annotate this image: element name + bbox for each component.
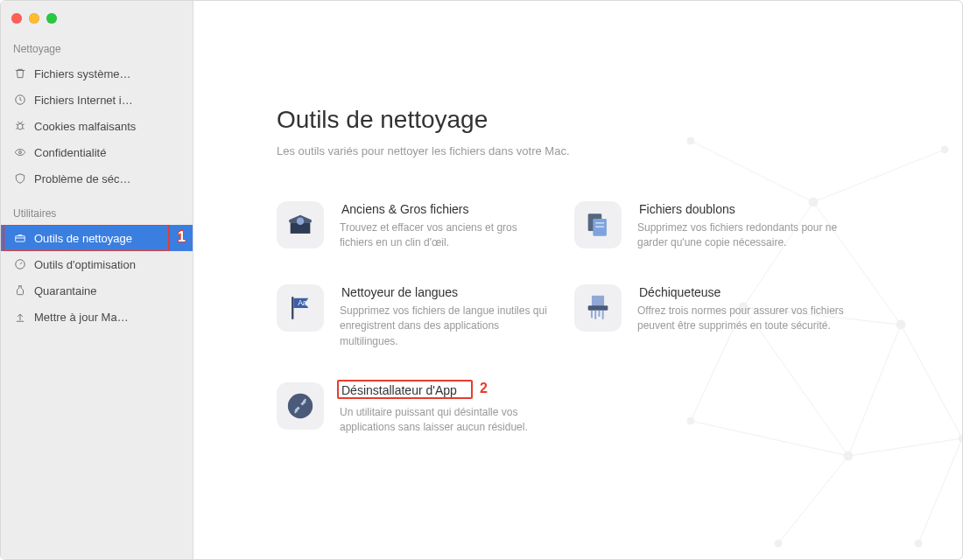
- box-icon: [277, 201, 324, 248]
- tool-title: Anciens & Gros fichiers: [340, 201, 471, 217]
- sidebar-section-header-utilitaires: Utilitaires: [1, 200, 193, 225]
- tool-title: Déchiqueteuse: [637, 284, 722, 300]
- sidebar-item-outils-nettoyage[interactable]: Outils de nettoyage 1: [1, 225, 193, 251]
- svg-point-18: [687, 137, 694, 144]
- svg-point-26: [775, 540, 782, 547]
- svg-rect-35: [592, 296, 604, 307]
- sidebar-item-mettre-a-jour[interactable]: Mettre à jour Ma…: [1, 304, 193, 330]
- annotation-badge-2: 2: [480, 382, 488, 396]
- svg-rect-30: [593, 219, 607, 236]
- svg-point-28: [297, 218, 305, 226]
- sidebar-item-label: Problème de séc…: [34, 172, 131, 186]
- gauge-icon: [13, 257, 27, 271]
- sidebar-item-label: Confidentialité: [34, 146, 106, 159]
- sidebar: Nettoyage Fichiers système… Fichiers Int…: [1, 1, 193, 559]
- clock-icon: [13, 93, 27, 107]
- trash-icon: [13, 66, 27, 80]
- app-window: Nettoyage Fichiers système… Fichiers Int…: [0, 0, 963, 560]
- svg-point-25: [844, 452, 853, 460]
- toolbox-icon: [13, 231, 27, 245]
- fullscreen-window-button[interactable]: [46, 13, 57, 24]
- wrench-icon: [277, 382, 324, 430]
- svg-line-16: [778, 456, 848, 543]
- svg-rect-33: [292, 297, 293, 319]
- sidebar-item-label: Outils d'optimisation: [34, 258, 136, 271]
- svg-rect-32: [595, 226, 604, 227]
- svg-point-20: [941, 146, 948, 153]
- svg-point-41: [288, 394, 313, 418]
- tool-desinstallateur-app[interactable]: Désinstallateur d'App 2 Un utilitaire pu…: [277, 382, 548, 436]
- sidebar-item-securite[interactable]: Problème de séc…: [1, 165, 193, 192]
- window-controls: [1, 8, 193, 36]
- sidebar-item-label: Cookies malfaisants: [34, 120, 136, 133]
- close-window-button[interactable]: [11, 13, 22, 24]
- upload-icon: [13, 310, 27, 324]
- tool-desc: Un utilitaire puissant qui désintalle vo…: [340, 405, 548, 436]
- main-panel: Outils de nettoyage Les outils variés po…: [193, 1, 962, 559]
- tool-title: Nettoyeur de langues: [340, 284, 460, 300]
- sidebar-item-label: Mettre à jour Ma…: [34, 311, 129, 324]
- sidebar-item-confidentialite[interactable]: Confidentialité: [1, 139, 193, 165]
- tool-desc: Trouvez et effacer vos anciens et gros f…: [340, 220, 548, 251]
- sidebar-item-cookies[interactable]: Cookies malfaisants: [1, 113, 193, 139]
- tool-nettoyeur-langues[interactable]: Aa Nettoyeur de langues Supprimez vos fi…: [277, 284, 548, 349]
- svg-line-6: [813, 150, 945, 202]
- tool-fichiers-doublons[interactable]: Fichiers doublons Supprimez vos fichiers…: [574, 201, 863, 251]
- svg-line-17: [918, 438, 962, 543]
- tool-title: Fichiers doublons: [637, 201, 737, 217]
- bug-icon: [13, 119, 27, 133]
- sidebar-item-fichiers-internet[interactable]: Fichiers Internet i…: [1, 87, 193, 113]
- svg-rect-31: [595, 222, 604, 223]
- shredder-icon: [574, 284, 622, 332]
- svg-point-1: [18, 123, 23, 130]
- svg-rect-3: [16, 236, 25, 242]
- tool-desc: Supprimez vos fichiers redondants pour n…: [637, 220, 863, 251]
- sidebar-item-label: Fichiers système…: [34, 67, 131, 80]
- shield-icon: [13, 172, 27, 186]
- sidebar-item-label: Quarantaine: [34, 284, 97, 298]
- svg-point-27: [915, 540, 922, 547]
- sidebar-item-outils-optimisation[interactable]: Outils d'optimisation: [1, 251, 193, 277]
- tool-dechiqueteuse[interactable]: Déchiqueteuse Offrez trois normes pour a…: [574, 284, 863, 349]
- sidebar-item-label: Fichiers Internet i…: [34, 94, 133, 107]
- flag-icon: Aa: [277, 284, 324, 332]
- svg-line-11: [901, 325, 962, 438]
- tool-desc: Offrez trois normes pour assurer vos fic…: [637, 304, 863, 334]
- tool-desc: Supprimez vos fichiers de langue inutile…: [340, 304, 548, 349]
- svg-point-2: [19, 151, 22, 154]
- svg-rect-36: [588, 305, 608, 311]
- page-title: Outils de nettoyage: [277, 106, 910, 134]
- svg-text:Aa: Aa: [298, 298, 307, 307]
- jar-icon: [13, 284, 27, 298]
- page-subtitle: Les outils variés pour nettoyer les fich…: [277, 144, 910, 158]
- tool-anciens-gros-fichiers[interactable]: Anciens & Gros fichiers Trouvez et effac…: [277, 201, 548, 251]
- annotation-badge-1: 1: [178, 230, 186, 244]
- sidebar-item-quarantaine[interactable]: Quarantaine: [1, 277, 193, 304]
- eye-icon: [13, 145, 27, 159]
- svg-point-24: [959, 435, 963, 442]
- sidebar-item-label: Outils de nettoyage: [34, 232, 132, 245]
- minimize-window-button[interactable]: [29, 13, 39, 24]
- sidebar-section-header-nettoyage: Nettoyage: [1, 36, 193, 60]
- svg-line-15: [848, 438, 962, 456]
- tool-title: Désinstallateur d'App: [340, 382, 459, 398]
- docs-icon: [574, 201, 622, 248]
- tools-grid: Anciens & Gros fichiers Trouvez et effac…: [277, 201, 910, 436]
- sidebar-item-fichiers-systeme[interactable]: Fichiers système…: [1, 60, 193, 87]
